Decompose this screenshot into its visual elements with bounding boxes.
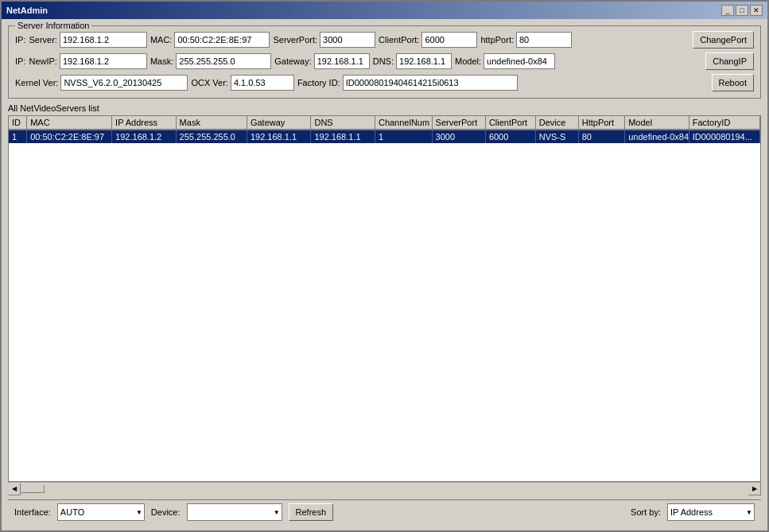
content-area: Server Information IP: Server: MAC: Serv… — [2, 19, 767, 530]
cell-clientport: 6000 — [486, 130, 536, 143]
ip2-label: IP: — [15, 56, 25, 66]
list-section: All NetVideoServers list ID MAC IP Addre… — [8, 103, 761, 495]
clientport-label: ClientPort: — [379, 35, 419, 45]
col-clientport: ClientPort — [486, 116, 536, 130]
cell-mask: 255.255.255.0 — [177, 130, 247, 143]
mask-field-group: Mask: — [150, 53, 271, 69]
col-ipaddress: IP Address — [112, 116, 177, 130]
title-bar-controls: _ □ ✕ — [721, 5, 763, 16]
factoryid-label: Factory ID: — [297, 78, 340, 87]
col-device: Device — [536, 116, 579, 130]
col-httpport: HttpPort — [579, 116, 625, 130]
col-mac: MAC — [27, 116, 112, 130]
table-row[interactable]: 1 00:50:C2:2E:8E:97 192.168.1.2 255.255.… — [9, 130, 760, 143]
kernelver-input[interactable] — [60, 75, 188, 91]
kernelver-label: Kernel Ver: — [15, 78, 58, 87]
ocxver-label: OCX Ver: — [191, 78, 227, 87]
scroll-right-btn[interactable]: ▶ — [748, 483, 761, 495]
close-button[interactable]: ✕ — [750, 5, 763, 16]
table-header: ID MAC IP Address Mask Gateway DNS Chann… — [9, 116, 760, 130]
col-id: ID — [9, 116, 27, 130]
changip-button[interactable]: ChangIP — [705, 52, 754, 70]
horizontal-scrollbar[interactable]: ◀ ▶ — [8, 482, 761, 495]
col-serverport: ServerPort — [433, 116, 486, 130]
gateway-input[interactable] — [314, 53, 370, 69]
refresh-button[interactable]: Refresh — [289, 503, 334, 521]
ip2-label-group: IP: — [15, 56, 25, 66]
bottom-bar: Interface: AUTO Device: Refresh Sort by:… — [8, 499, 761, 524]
col-model: Model — [625, 116, 689, 130]
ip-label: IP: — [15, 35, 25, 45]
cell-httpport: 80 — [579, 130, 625, 143]
clientport-input[interactable] — [421, 32, 477, 48]
cell-device: NVS-S — [536, 130, 579, 143]
ocxver-field-group: OCX Ver: — [191, 75, 293, 91]
title-bar: NetAdmin _ □ ✕ — [2, 2, 767, 19]
device-select-wrapper — [187, 503, 282, 521]
cell-factoryid: ID000080194... — [689, 130, 760, 143]
changeport-button[interactable]: ChangePort — [693, 31, 754, 49]
cell-mac: 00:50:C2:2E:8E:97 — [27, 130, 112, 143]
model-label: Model: — [455, 56, 481, 66]
sortby-select-wrapper: IP Address MAC ServerPort — [667, 503, 755, 521]
server-info-title: Server Information — [15, 21, 91, 30]
model-input[interactable] — [484, 53, 555, 69]
httpport-label: httpPort: — [480, 35, 514, 45]
cell-serverport: 3000 — [433, 130, 486, 143]
mac-field-group: MAC: — [150, 32, 270, 48]
scroll-thumb[interactable] — [21, 485, 45, 493]
col-mask: Mask — [177, 116, 247, 130]
maximize-button[interactable]: □ — [736, 5, 748, 16]
mask-input[interactable] — [176, 53, 271, 69]
serverport-input[interactable] — [320, 32, 375, 48]
list-section-title: All NetVideoServers list — [8, 103, 761, 113]
server-info-row3: Kernel Ver: OCX Ver: Factory ID: Reboot — [15, 74, 754, 91]
reboot-button[interactable]: Reboot — [712, 74, 754, 91]
serverport-field-group: ServerPort: — [273, 32, 375, 48]
col-factoryid: FactoryID — [689, 116, 760, 130]
scroll-track — [21, 485, 748, 493]
col-dns: DNS — [311, 116, 375, 130]
interface-select[interactable]: AUTO — [57, 503, 145, 521]
newip-field-group: NewIP: — [29, 53, 146, 69]
httpport-field-group: httpPort: — [480, 32, 572, 48]
ocxver-input[interactable] — [231, 75, 294, 91]
factoryid-input[interactable] — [343, 75, 518, 91]
col-gateway: Gateway — [247, 116, 312, 130]
serverport-label: ServerPort: — [273, 35, 317, 45]
interface-label: Interface: — [14, 507, 51, 517]
server-info-row2: IP: NewIP: Mask: Gateway: DNS: — [15, 52, 754, 70]
newip-label: NewIP: — [29, 56, 56, 66]
dns-label: DNS: — [373, 56, 394, 66]
mask-label: Mask: — [150, 56, 173, 66]
httpport-input[interactable] — [516, 32, 572, 48]
newip-input[interactable] — [60, 53, 147, 69]
cell-channelnum: 1 — [375, 130, 433, 143]
device-label: Device: — [151, 507, 181, 517]
sortby-select[interactable]: IP Address MAC ServerPort — [667, 503, 755, 521]
cell-gateway: 192.168.1.1 — [247, 130, 312, 143]
cell-ip: 192.168.1.2 — [112, 130, 177, 143]
cell-dns: 192.168.1.1 — [311, 130, 375, 143]
gateway-label: Gateway: — [274, 56, 311, 66]
mac-input[interactable] — [174, 32, 270, 48]
sortby-label: Sort by: — [631, 507, 661, 517]
server-field-group: Server: — [29, 32, 146, 48]
cell-id: 1 — [9, 130, 27, 143]
cell-model: undefined-0x84 — [625, 130, 689, 143]
device-select[interactable] — [187, 503, 282, 521]
dns-field-group: DNS: — [373, 53, 452, 69]
table-container: ID MAC IP Address Mask Gateway DNS Chann… — [8, 115, 761, 482]
server-info-row1: IP: Server: MAC: ServerPort: ClientPort: — [15, 31, 754, 49]
table-body: 1 00:50:C2:2E:8E:97 192.168.1.2 255.255.… — [9, 130, 760, 481]
server-ip-group: IP: — [15, 35, 25, 45]
interface-select-wrapper: AUTO — [57, 503, 145, 521]
dns-input[interactable] — [396, 53, 452, 69]
factoryid-field-group: Factory ID: — [297, 75, 518, 91]
col-channelnum: ChannelNum — [375, 116, 433, 130]
model-field-group: Model: — [455, 53, 555, 69]
minimize-button[interactable]: _ — [721, 5, 734, 16]
server-label: Server: — [29, 35, 56, 45]
scroll-left-btn[interactable]: ◀ — [8, 483, 21, 495]
server-ip-input[interactable] — [60, 32, 147, 48]
